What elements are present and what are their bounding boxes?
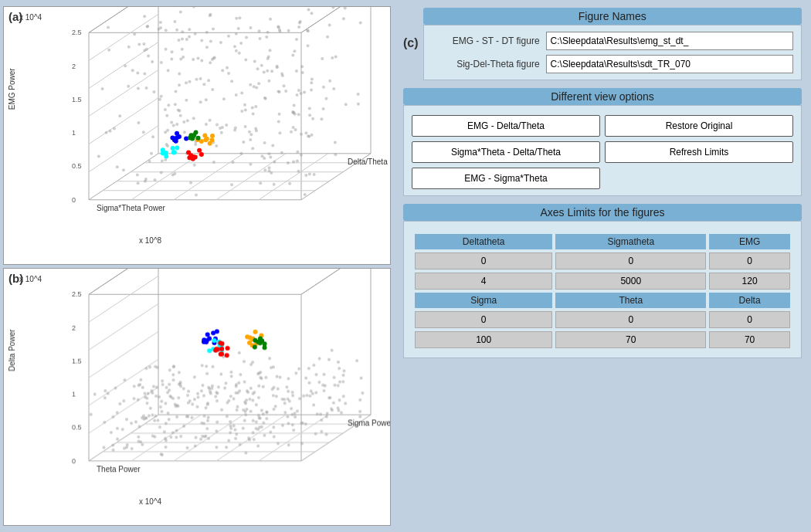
- panel-b-label: (b): [8, 272, 23, 285]
- axes-header-row-2: Sigma Theta Delta: [415, 293, 790, 308]
- emg-figure-row: EMG - ST - DT figure: [432, 32, 793, 50]
- refresh-limits-button[interactable]: Refresh Limits: [605, 141, 793, 163]
- theta-val-2: 70: [555, 331, 706, 348]
- deltatheta-val-2: 4: [415, 273, 552, 290]
- sigma-theta-delta-theta-button[interactable]: Sigma*Theta - Delta/Theta: [412, 141, 600, 163]
- figure-names-header: Figure Names: [423, 8, 802, 25]
- emg-header: EMG: [709, 234, 790, 249]
- emg-figure-label: EMG - ST - DT figure: [432, 36, 540, 46]
- emg-val-1: 0: [709, 252, 790, 269]
- scatter-plot-b: [4, 269, 390, 526]
- delta-val-2: 70: [709, 331, 790, 348]
- left-panel: (a) (b): [0, 0, 394, 532]
- plot-b: (b): [3, 268, 391, 527]
- delta-header: Delta: [709, 293, 790, 308]
- emg-val-2: 120: [709, 273, 790, 290]
- sigmatheta-val-2: 5000: [555, 273, 706, 290]
- plot-a: (a): [3, 6, 391, 265]
- emg-sigma-theta-button[interactable]: EMG - Sigma*Theta: [412, 168, 600, 189]
- axes-limits-section: Axes Limits for the figures Deltatheta S…: [403, 204, 802, 358]
- deltatheta-header: Deltatheta: [415, 234, 552, 249]
- sigmatheta-header: Sigmatheta: [555, 234, 706, 249]
- right-panel: (c) Figure Names EMG - ST - DT figure Si…: [394, 0, 811, 532]
- emg-figure-input[interactable]: [546, 32, 793, 50]
- sig-figure-label: Sig-Del-Theta figure: [432, 59, 540, 69]
- sig-figure-row: Sig-Del-Theta figure: [432, 55, 793, 73]
- axes-limits-box: Deltatheta Sigmatheta EMG 0 0 0 4 5000 1…: [403, 221, 802, 358]
- view-options-box: EMG - Delta/Theta Restore Original Sigma…: [403, 105, 802, 196]
- deltatheta-val-1: 0: [415, 252, 552, 269]
- emg-delta-theta-button[interactable]: EMG - Delta/Theta: [412, 115, 600, 137]
- axes-header-row-1: Deltatheta Sigmatheta EMG: [415, 234, 790, 249]
- sigma-header: Sigma: [415, 293, 552, 308]
- axes-value-row-4: 100 70 70: [415, 331, 790, 348]
- sigmatheta-val-1: 0: [555, 252, 706, 269]
- sigma-val-1: 0: [415, 311, 552, 328]
- delta-val-1: 0: [709, 311, 790, 328]
- sigma-val-2: 100: [415, 331, 552, 348]
- scatter-plot-a: [4, 7, 390, 264]
- sig-figure-input[interactable]: [546, 55, 793, 73]
- axes-limits-header: Axes Limits for the figures: [403, 204, 802, 221]
- view-options-section: Different view options EMG - Delta/Theta…: [403, 88, 802, 196]
- view-buttons-grid: EMG - Delta/Theta Restore Original Sigma…: [412, 115, 793, 189]
- restore-original-button[interactable]: Restore Original: [605, 115, 793, 137]
- panel-a-label: (a): [8, 10, 22, 23]
- axes-table: Deltatheta Sigmatheta EMG 0 0 0 4 5000 1…: [412, 231, 793, 351]
- axes-value-row-2: 4 5000 120: [415, 273, 790, 290]
- panel-c-label: (c): [403, 36, 419, 50]
- axes-value-row-1: 0 0 0: [415, 252, 790, 269]
- view-options-header: Different view options: [403, 88, 802, 105]
- figure-names-box: EMG - ST - DT figure Sig-Del-Theta figur…: [423, 25, 802, 80]
- axes-value-row-3: 0 0 0: [415, 311, 790, 328]
- theta-val-1: 0: [555, 311, 706, 328]
- theta-header: Theta: [555, 293, 706, 308]
